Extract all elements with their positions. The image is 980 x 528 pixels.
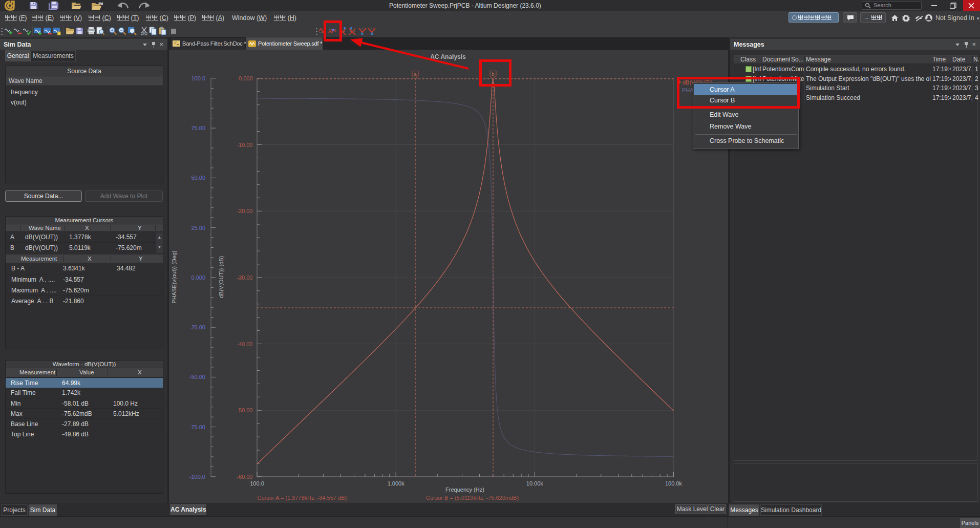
svg-text:50.00: 50.00 bbox=[191, 175, 205, 181]
svg-text:-40.00: -40.00 bbox=[237, 341, 252, 347]
svg-text:-30.00: -30.00 bbox=[237, 274, 252, 281]
svg-text:10.00k: 10.00k bbox=[526, 480, 544, 487]
svg-text:PHASE(v(out)) (Deg): PHASE(v(out)) (Deg) bbox=[171, 250, 177, 303]
svg-text:Frequency (Hz): Frequency (Hz) bbox=[445, 487, 484, 493]
svg-text:-25.00: -25.00 bbox=[189, 324, 205, 330]
svg-text:Cursor B = (5.0119kHz, -75.620: Cursor B = (5.0119kHz, -75.620mdB) bbox=[426, 495, 519, 501]
svg-text:100.0: 100.0 bbox=[250, 480, 264, 487]
svg-text:-75.00: -75.00 bbox=[189, 424, 205, 430]
svg-text:-100.0: -100.0 bbox=[189, 474, 205, 480]
svg-text:100.0k: 100.0k bbox=[665, 480, 683, 487]
svg-text:-60.00: -60.00 bbox=[237, 474, 252, 480]
svg-text:0.000: 0.000 bbox=[191, 274, 205, 281]
svg-text:25.00: 25.00 bbox=[191, 225, 205, 231]
svg-text:dB(V(OUT)) (dB): dB(V(OUT)) (dB) bbox=[218, 256, 224, 299]
svg-text:-50.00: -50.00 bbox=[237, 407, 252, 413]
svg-text:-10.00: -10.00 bbox=[237, 142, 252, 148]
svg-text:75.00: 75.00 bbox=[191, 125, 205, 131]
svg-text:-50.00: -50.00 bbox=[189, 374, 205, 380]
svg-text:100.0: 100.0 bbox=[191, 75, 205, 81]
svg-text:1.000k: 1.000k bbox=[388, 480, 405, 487]
svg-text:-20.00: -20.00 bbox=[237, 208, 252, 214]
svg-text:0.000: 0.000 bbox=[239, 75, 253, 81]
svg-text:Cursor A = (1.3778kHz, -34.557: Cursor A = (1.3778kHz, -34.557 dB) bbox=[258, 495, 347, 501]
